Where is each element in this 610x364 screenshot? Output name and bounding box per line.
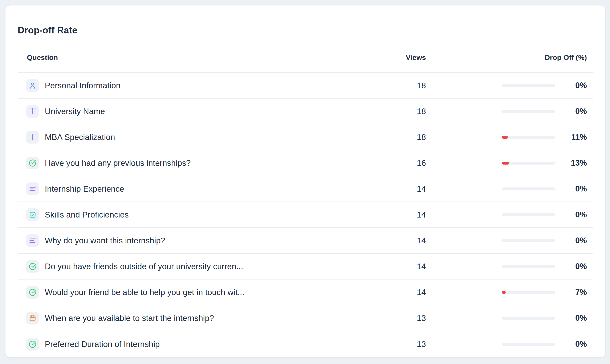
calendar-icon [29,314,36,322]
dropoff-percent: 7% [565,288,587,297]
short-text-icon: T [29,133,35,142]
question-type-badge: T [26,156,39,169]
dropoff-cell: 0% [426,236,593,245]
question-cell: T [18,234,363,247]
question-cell: T [18,338,363,351]
question-cell: T [18,105,363,118]
dropoff-cell: 0% [426,184,593,193]
question-type-badge: T [26,79,39,92]
long-text-icon [29,237,36,244]
check-circle-icon [29,288,36,296]
table-header: Question Views Drop Off (%) [18,49,593,73]
dropoff-cell: 0% [426,107,593,116]
drop-off-rate-page: { "page": { "title": "Drop-off Rate" }, … [0,0,610,364]
views-value: 14 [363,262,426,271]
question-cell: T [18,312,363,325]
question-cell: T [18,79,363,92]
views-value: 14 [363,210,426,220]
views-value: 16 [363,158,426,168]
views-value: 18 [363,107,426,116]
question-type-badge: T [26,105,39,118]
question-type-badge: T [26,338,39,351]
views-value: 18 [363,133,426,142]
table-row: T [18,99,593,124]
question-label: University Name [45,107,105,116]
question-label: Internship Experience [45,184,124,194]
check-circle-icon [29,340,36,348]
dropoff-bar [502,213,555,216]
question-label: Preferred Duration of Internship [45,340,160,349]
dropoff-cell: 13% [426,158,593,168]
dropoff-percent: 0% [565,340,587,349]
dropoff-cell: 0% [426,262,593,271]
views-value: 14 [363,288,426,297]
dropoff-percent: 0% [565,107,587,116]
dropoff-cell: 0% [426,313,593,323]
views-value: 14 [363,236,426,245]
drop-off-rate-card: Drop-off Rate Question Views Drop Off (%… [5,5,606,358]
dropoff-percent: 0% [565,210,587,219]
question-label: MBA Specialization [45,133,115,142]
table-row: T [18,254,593,280]
question-cell: T [18,156,363,169]
question-cell: T [18,182,363,195]
check-circle-icon [29,263,36,270]
table-row: T [18,176,593,202]
dropoff-cell: 0% [426,210,593,219]
dropoff-bar [502,317,555,320]
column-header-question: Question [18,53,363,62]
dropoff-bar [502,265,555,268]
dropoff-bar-fill [502,291,506,294]
dropoff-bar [502,84,555,87]
question-cell: T [18,260,363,273]
table-row: T [18,331,593,357]
checkbox-icon [29,211,36,219]
column-header-dropoff: Drop Off (%) [426,53,593,62]
page-title: Drop-off Rate [18,25,593,36]
dropoff-bar [502,291,555,294]
question-label: Skills and Proficiencies [45,210,129,220]
table-row: T [18,280,593,305]
dropoff-cell: 0% [426,81,593,90]
question-cell: T [18,208,363,221]
table-row: T [18,73,593,99]
table-row: T [18,150,593,176]
check-circle-icon [29,159,36,167]
question-type-badge: T [26,260,39,273]
table-row: T [18,228,593,254]
long-text-icon [29,185,36,193]
dropoff-percent: 11% [565,133,587,142]
question-label: Do you have friends outside of your univ… [45,262,243,271]
dropoff-bar [502,162,555,165]
question-type-badge: T [26,182,39,195]
dropoff-percent: 0% [565,81,587,90]
table-row: T [18,124,593,150]
dropoff-cell: 11% [426,133,593,142]
views-value: 13 [363,340,426,349]
question-type-badge: T [26,286,39,299]
dropoff-bar-fill [502,136,508,139]
column-header-views: Views [363,53,426,62]
dropoff-bar [502,110,555,113]
dropoff-bar-fill [502,162,509,165]
dropoff-percent: 0% [565,262,587,271]
dropoff-percent: 0% [565,184,587,193]
table-row: T [18,202,593,228]
views-value: 14 [363,184,426,194]
dropoff-percent: 13% [565,158,587,168]
question-type-badge: T [26,131,39,143]
question-label: Why do you want this internship? [45,236,165,245]
question-cell: T [18,286,363,299]
question-label: Personal Information [45,81,121,90]
table-row: T [18,305,593,331]
question-label: Have you had any previous internships? [45,158,191,168]
dropoff-bar [502,136,555,139]
question-cell: T [18,131,363,143]
table-body: T [18,73,593,357]
question-label: When are you available to start the inte… [45,313,214,323]
dropoff-bar [502,187,555,190]
views-value: 13 [363,313,426,323]
user-icon [29,82,36,89]
dropoff-bar [502,239,555,242]
question-type-badge: T [26,208,39,221]
